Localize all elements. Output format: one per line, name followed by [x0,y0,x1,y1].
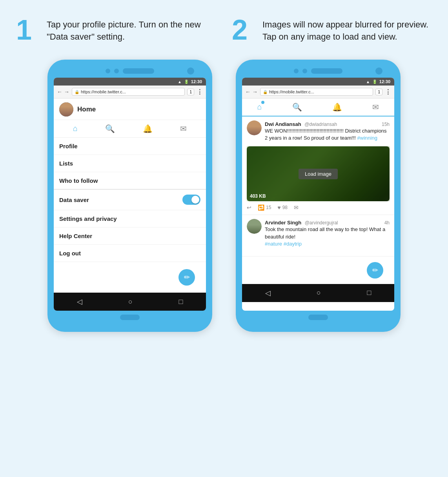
tweet-1-text: WE WON!!!!!!!!!!!!!!!!!!!!!!!!!!!!!!!!!!… [265,127,390,142]
heart-icon: ♥ [277,204,280,211]
phone-1-speaker [123,68,154,74]
lock-icon: 🔒 [75,90,79,94]
phones-section: ▲ 🔋 12:30 ← → 🔒 https://mobile.twitter.c… [16,60,432,332]
browser-url-bar[interactable]: 🔒 https://mobile.twitter.c... [72,88,185,96]
twitter-nav-bar: ⌂ 🔍 🔔 ✉ [242,98,394,117]
phone-2-speaker [311,68,342,74]
phone-2-time: 12:30 [379,79,390,84]
bell-nav-icon[interactable]: 🔔 [143,124,153,133]
settings-label: Settings and privacy [59,215,117,222]
phone-1-browser-bar[interactable]: ← → 🔒 https://mobile.twitter.c... 1 ⋮ [54,86,206,98]
like-action[interactable]: ♥ 98 [277,204,288,211]
compose-fab[interactable]: ✏ [178,269,195,286]
tweet-1-time: 15h [382,122,390,127]
menu-who-label: Who to follow [59,177,98,184]
data-saver-label: Data saver [59,197,89,203]
tweet-1-avatar [247,120,262,135]
back-button[interactable]: ◁ [77,297,82,306]
mail-nav-icon[interactable]: ✉ [180,124,187,133]
tweet-1: Dwi Andiansah @dwiadriansah 15h WE WON!!… [242,117,394,215]
tweet-1-name: Dwi Andiansah [265,121,301,127]
phone-2-status-bar: ▲ 🔋 12:30 [242,78,394,86]
retweet-count: 15 [266,205,271,210]
menu-item-lists[interactable]: Lists [54,155,206,172]
compose-fab-2[interactable]: ✏ [367,262,383,279]
bell-icon: 🔔 [332,103,342,111]
menu-item-logout[interactable]: Log out [54,245,206,262]
menu-item-who-to-follow[interactable]: Who to follow [54,172,206,189]
nav-bell[interactable]: 🔔 [324,98,350,116]
toggle-knob [191,196,199,204]
phone-1-bottom-bar: ◁ ○ □ [54,293,206,311]
back-button-2[interactable]: ◁ [265,289,271,297]
menu-item-data-saver[interactable]: Data saver [54,189,206,210]
home-button-2[interactable]: ○ [317,289,321,297]
phone-2-top-bar [242,68,394,74]
home-title: Home [77,106,96,113]
blur-overlay: Load image [247,146,390,201]
help-label: Help Center [59,233,92,239]
forward-arrow-icon[interactable]: → [64,89,69,95]
tab-button[interactable]: 1 [187,89,194,95]
recents-button-2[interactable]: □ [367,289,371,297]
step-1-number: 1 [16,16,40,44]
home-header: Home [54,98,206,120]
tweet-1-hashtag[interactable]: #winning [357,135,377,141]
tweet-1-image[interactable]: Load image 403 KB [247,146,390,201]
reply-action[interactable]: ↩ [247,204,251,211]
retweet-icon: 🔁 [258,204,264,211]
nav-search[interactable]: 🔍 [284,98,310,116]
reply-icon: ↩ [247,204,251,211]
nav-mail[interactable]: ✉ [364,98,387,116]
home-button[interactable]: ○ [128,298,133,306]
phone-2-browser-bar[interactable]: ← → 🔒 https://mobile.twitter.c... 1 ⋮ [242,86,394,98]
phone-1-dot-left-2 [114,69,119,73]
tab-button-2[interactable]: 1 [375,89,382,95]
phone-1-camera [187,67,194,75]
tweet-2: Arvinder Singh @arvindergujral 4h Took t… [242,215,394,257]
load-image-button[interactable]: Load image [299,169,338,179]
browser-menu-icon-2[interactable]: ⋮ [385,88,391,96]
recents-button[interactable]: □ [178,298,183,306]
step-2-number: 2 [232,16,255,44]
steps-section: 1 Tap your profile picture. Turn on the … [16,16,432,44]
avatar-image [59,102,73,117]
retweet-action[interactable]: 🔁 15 [258,204,271,211]
data-saver-toggle[interactable] [182,195,200,205]
forward-arrow-icon-2[interactable]: → [252,89,258,95]
tweet-2-time: 4h [384,220,390,226]
step-1-text: Tap your profile picture. Turn on the ne… [47,16,216,43]
mail-icon: ✉ [372,103,379,111]
signal-icon: ▲ [178,80,182,84]
avatar[interactable] [59,102,73,117]
compose-icon-2: ✏ [372,266,378,275]
home-nav-icon[interactable]: ⌂ [73,124,78,133]
dm-action[interactable]: ✉ [294,204,299,211]
tweet-2-name: Arvinder Singh [265,220,301,226]
phone-1-dot-left [106,69,110,73]
browser-url-bar-2[interactable]: 🔒 https://mobile.twitter.c... [260,88,373,96]
browser-menu-icon[interactable]: ⋮ [197,88,203,96]
back-arrow-icon[interactable]: ← [57,89,62,95]
phone-2-screen: ▲ 🔋 12:30 ← → 🔒 https://mobile.twitter.c… [242,78,394,311]
tweet-2-handle: @arvindergujral [305,220,338,226]
nav-home[interactable]: ⌂ [249,98,270,116]
notification-dot [261,101,264,104]
url-text: https://mobile.twitter.c... [81,89,126,94]
menu-item-settings[interactable]: Settings and privacy [54,210,206,228]
signal-icon-2: ▲ [366,80,370,84]
menu-lists-label: Lists [59,160,73,167]
menu-item-profile[interactable]: Profile [54,138,206,155]
phone-2-camera [375,67,382,75]
menu-profile-label: Profile [59,143,78,149]
phone-1-top-bar [54,68,206,74]
phone-1-screen: ▲ 🔋 12:30 ← → 🔒 https://mobile.twitter.c… [54,78,206,311]
menu-item-help[interactable]: Help Center [54,228,206,245]
url-text-2: https://mobile.twitter.c... [269,89,314,94]
search-nav-icon[interactable]: 🔍 [105,124,115,133]
back-arrow-icon-2[interactable]: ← [245,89,251,95]
tweet-2-text: Took the mountain road all the way to th… [265,226,390,248]
phone-1-status-bar: ▲ 🔋 12:30 [54,78,206,86]
image-size-label: 403 KB [250,193,266,199]
tweet-2-hashtags[interactable]: #nature #daytrip [265,241,302,247]
